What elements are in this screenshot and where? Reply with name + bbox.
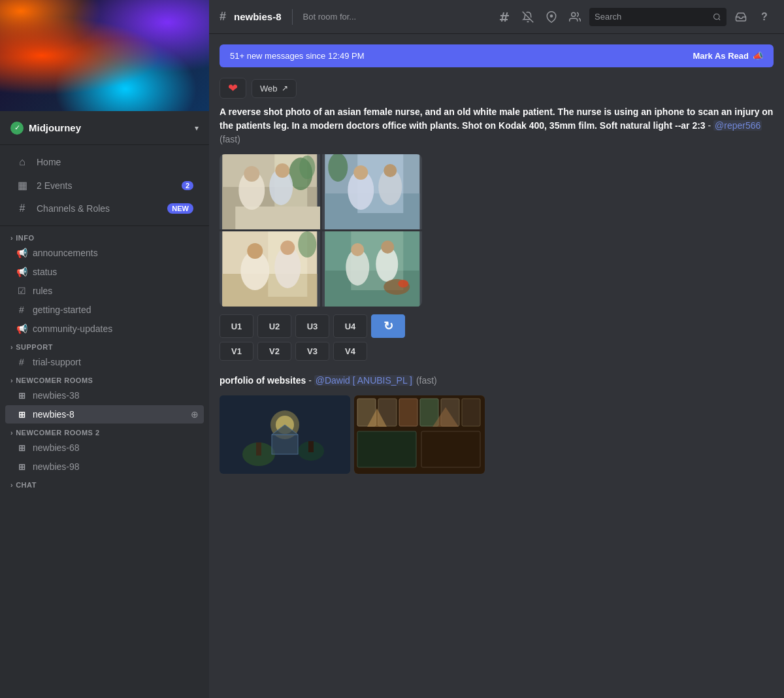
portfolio-image-1[interactable] <box>220 395 350 474</box>
members-icon[interactable] <box>566 8 584 26</box>
svg-point-18 <box>384 164 397 177</box>
channels-roles-label: Channels & Roles <box>37 203 110 214</box>
sidebar: Midjourney ▾ ⌂ Home ▦ 2 Events 2 # Chann… <box>0 0 209 698</box>
section-newcomer2-header[interactable]: › NEWCOMER ROOMS 2 <box>0 426 209 438</box>
variation-1-button[interactable]: V1 <box>220 342 253 361</box>
events-badge: 2 <box>182 181 193 190</box>
bottom-image-previews <box>220 395 774 474</box>
search-bar[interactable] <box>589 8 727 26</box>
pin-icon[interactable] <box>542 8 561 26</box>
web-button[interactable]: Web ↗ <box>252 79 297 98</box>
channel-rules[interactable]: ☑ rules <box>5 282 204 300</box>
web-label: Web <box>260 84 278 93</box>
svg-point-26 <box>280 241 295 255</box>
sidebar-navigation: ⌂ Home ▦ 2 Events 2 # Channels & Roles N… <box>0 145 209 226</box>
message-content-1: A reverse shot photo of an asian female … <box>220 105 774 146</box>
channel-newbies-98[interactable]: ⊞ newbies-98 <box>5 457 204 476</box>
sidebar-item-channels-roles[interactable]: # Channels & Roles NEW <box>5 197 204 220</box>
channel-community-updates[interactable]: 📢 community-updates <box>5 320 204 338</box>
heart-reaction-button[interactable]: ❤ <box>220 78 246 99</box>
message-block-1: ❤ Web ↗ A reverse shot photo of an asian… <box>220 78 774 361</box>
chevron-down-icon: ▾ <box>195 124 199 133</box>
verified-badge <box>10 122 24 135</box>
channel-getting-started[interactable]: # getting-started <box>5 301 204 319</box>
channel-status[interactable]: 📢 status <box>5 263 204 281</box>
svg-rect-53 <box>357 431 416 467</box>
hash-large-icon[interactable] <box>495 8 514 26</box>
upscale-4-button[interactable]: U4 <box>333 314 367 338</box>
section-newcomer-rooms: › NEWCOMER ROOMS ⊞ newbies-38 ⊞ newbies-… <box>0 374 209 424</box>
mention-user-2[interactable]: @Dawid [ ANUBIS_PL ] <box>314 375 414 386</box>
svg-point-32 <box>351 243 364 256</box>
chevron-chat-icon: › <box>10 481 13 489</box>
upscale-buttons: U1 U2 U3 U4 ↻ <box>220 314 774 338</box>
new-messages-text: 51+ new messages since 12:49 PM <box>230 51 365 61</box>
channel-newbies-8[interactable]: ⊞ newbies-8 ⊕ <box>5 405 204 424</box>
home-label: Home <box>37 157 61 167</box>
mention-user-1[interactable]: @reper566 <box>713 120 762 131</box>
section-info-label: INFO <box>16 234 34 242</box>
image-bottom-left[interactable] <box>220 231 320 307</box>
main-content: # newbies-8 Bot room for... <box>209 0 784 698</box>
channel-announcements[interactable]: 📢 announcements <box>5 244 204 262</box>
slash-hash-icon-3: ⊞ <box>16 443 27 453</box>
section-support-header[interactable]: › SUPPORT <box>0 341 209 352</box>
channel-newbies-68[interactable]: ⊞ newbies-68 <box>5 439 204 457</box>
new-messages-banner: 51+ new messages since 12:49 PM Mark As … <box>220 44 774 67</box>
svg-rect-4 <box>235 207 319 229</box>
topbar: # newbies-8 Bot room for... <box>209 0 784 34</box>
message-dash: - <box>708 120 714 131</box>
image-top-right[interactable] <box>322 154 423 229</box>
refresh-button[interactable]: ↻ <box>371 314 405 338</box>
svg-point-27 <box>298 231 316 258</box>
channel-newbies-38[interactable]: ⊞ newbies-38 <box>5 386 204 405</box>
chevron-newcomer2-icon: › <box>10 429 13 437</box>
upscale-2-button[interactable]: U2 <box>257 314 291 338</box>
check-icon <box>14 124 20 132</box>
channel-trial-support[interactable]: # trial-support <box>5 353 204 371</box>
server-header[interactable]: Midjourney ▾ <box>0 111 209 145</box>
add-user-icon[interactable]: ⊕ <box>191 409 199 420</box>
variation-2-button[interactable]: V2 <box>257 342 291 361</box>
speed-label-1: (fast) <box>220 134 240 144</box>
help-icon[interactable]: ? <box>755 8 774 26</box>
chevron-newcomer-icon: › <box>10 376 13 384</box>
upscale-3-button[interactable]: U3 <box>295 314 329 338</box>
inbox-icon[interactable] <box>732 8 750 26</box>
reaction-bar: ❤ Web ↗ <box>220 78 774 99</box>
section-support-label: SUPPORT <box>16 343 53 351</box>
heart-icon: ❤ <box>228 81 238 95</box>
svg-point-24 <box>247 243 263 259</box>
section-info-header[interactable]: › INFO <box>0 231 209 243</box>
sidebar-item-home[interactable]: ⌂ Home <box>5 151 204 173</box>
section-newcomer-header[interactable]: › NEWCOMER ROOMS <box>0 374 209 386</box>
portfolio-image-2[interactable] <box>354 395 485 474</box>
message-text-bold: A reverse shot photo of an asian female … <box>220 107 773 131</box>
channel-description: Bot room for... <box>303 12 357 22</box>
image-bottom-right[interactable] <box>322 231 423 307</box>
svg-rect-43 <box>308 441 314 452</box>
megaphone-icon-2: 📢 <box>16 267 27 277</box>
chevron-support-icon: › <box>10 343 13 351</box>
image-grid-1 <box>220 154 422 307</box>
channel-newbies-68-label: newbies-68 <box>33 442 80 453</box>
bell-slash-icon[interactable] <box>519 8 537 26</box>
svg-point-11 <box>275 163 289 178</box>
events-label: 2 Events <box>37 180 72 191</box>
section-chat-header[interactable]: › CHAT <box>0 478 209 490</box>
sidebar-item-events[interactable]: ▦ 2 Events 2 <box>5 174 204 197</box>
channel-newbies-98-label: newbies-98 <box>33 461 80 472</box>
variation-3-button[interactable]: V3 <box>295 342 329 361</box>
external-link-icon: ↗ <box>282 84 288 93</box>
mark-as-read-button[interactable]: Mark As Read 📣 <box>693 51 764 61</box>
mark-as-read-label: Mark As Read <box>693 51 749 61</box>
svg-rect-49 <box>399 399 417 426</box>
image-top-left[interactable] <box>220 154 320 229</box>
variation-4-button[interactable]: V4 <box>333 342 367 361</box>
server-name: Midjourney <box>29 122 189 133</box>
svg-rect-41 <box>256 442 261 456</box>
section-newcomer-rooms-2: › NEWCOMER ROOMS 2 ⊞ newbies-68 ⊞ newbie… <box>0 426 209 476</box>
upscale-1-button[interactable]: U1 <box>220 314 253 338</box>
search-input[interactable] <box>595 12 709 22</box>
svg-rect-44 <box>272 435 298 454</box>
